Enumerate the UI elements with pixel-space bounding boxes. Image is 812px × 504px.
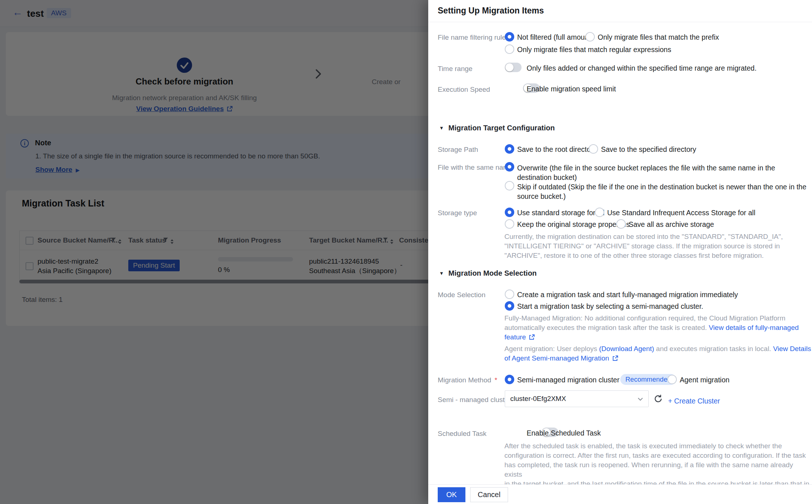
fully-managed-description: Fully-Managed Migration: No additional c… <box>504 314 799 343</box>
radio-agent-migration-label[interactable]: Agent migration <box>680 376 730 384</box>
radio-root-directory-label[interactable]: Save to the root directory <box>517 145 597 154</box>
drawer-title-divider <box>428 22 812 22</box>
filename-rule-label: File name filtering rule <box>438 34 506 42</box>
radio-match-prefix-label[interactable]: Only migrate files that match the prefix <box>598 33 719 42</box>
radio-agent-migration[interactable] <box>667 375 677 384</box>
mode-section[interactable]: ▼ Migration Mode Selection <box>439 269 537 277</box>
create-cluster-link[interactable]: + Create Cluster <box>668 397 720 405</box>
radio-infrequent-storage[interactable] <box>595 208 604 217</box>
cluster-select[interactable]: cluster-0Efg2XMX <box>505 390 649 407</box>
speed-limit-desc: Enable migration speed limit <box>527 85 616 93</box>
cancel-button[interactable]: Cancel <box>470 487 508 502</box>
agent-details-link[interactable]: of Agent Semi-managed Migration <box>504 354 609 362</box>
radio-standard-storage-label[interactable]: Use standard storage for all <box>517 209 605 217</box>
storage-path-label: Storage Path <box>438 146 478 154</box>
radio-fully-managed-label[interactable]: Create a migration task and start fully-… <box>517 291 738 299</box>
storage-type-label: Storage type <box>438 209 477 217</box>
ok-button[interactable]: OK <box>438 487 465 502</box>
radio-skip-outdated[interactable] <box>505 181 514 190</box>
external-link-icon <box>612 354 618 364</box>
external-link-icon <box>529 333 535 343</box>
radio-root-directory[interactable] <box>505 144 514 154</box>
mode-section-title: Migration Mode Selection <box>448 269 536 277</box>
radio-match-regex[interactable] <box>505 44 514 54</box>
storage-type-note: Currently, the migration destination can… <box>504 232 783 260</box>
collapse-triangle-icon: ▼ <box>439 125 444 131</box>
time-range-toggle[interactable] <box>505 63 522 72</box>
drawer-title: Setting Up Migration Items <box>438 6 544 16</box>
radio-specified-directory-label[interactable]: Save to the specified directory <box>601 145 696 154</box>
cluster-select-value: cluster-0Efg2XMX <box>510 395 566 403</box>
radio-not-filtered[interactable] <box>505 32 514 42</box>
mode-selection-label: Mode Selection <box>438 291 485 299</box>
chevron-down-icon <box>637 395 643 403</box>
download-agent-link[interactable]: (Download Agent) <box>599 345 654 353</box>
same-name-label: File with the same name <box>438 164 513 172</box>
drawer-footer: OK Cancel <box>428 484 812 504</box>
scheduled-task-label: Scheduled Task <box>438 430 487 438</box>
target-config-section[interactable]: ▼ Migration Target Configuration <box>439 124 555 132</box>
radio-standard-storage[interactable] <box>505 208 514 217</box>
radio-semi-managed-label[interactable]: Start a migration task by selecting a se… <box>517 302 703 311</box>
migration-method-label: Migration Method * <box>438 376 497 384</box>
radio-overwrite[interactable] <box>505 162 514 172</box>
radio-fully-managed[interactable] <box>505 290 514 299</box>
agent-migration-description: Agent migration: User deploys (Download … <box>504 344 811 364</box>
radio-semi-managed-cluster-label[interactable]: Semi-managed migration cluster <box>517 376 620 384</box>
time-range-label: Time range <box>438 65 472 73</box>
radio-archive-storage[interactable] <box>616 219 626 229</box>
radio-original-storage-label[interactable]: Keep the original storage properties <box>517 220 630 229</box>
radio-not-filtered-label[interactable]: Not filtered (full amount) <box>517 33 593 42</box>
radio-match-prefix[interactable] <box>585 32 595 42</box>
scheduled-task-desc: Enable Scheduled Task <box>527 429 601 437</box>
time-range-desc: Only files added or changed within the s… <box>527 64 757 72</box>
agent-details-link[interactable]: View Details <box>773 345 811 353</box>
execution-speed-label: Execution Speed <box>438 86 490 94</box>
radio-semi-managed-cluster[interactable] <box>505 375 514 384</box>
target-config-title: Migration Target Configuration <box>448 124 555 132</box>
settings-drawer: Setting Up Migration Items File name fil… <box>428 0 812 504</box>
radio-skip-outdated-label[interactable]: Skip if outdated (Skip the file if the o… <box>517 182 807 201</box>
radio-specified-directory[interactable] <box>589 144 598 154</box>
radio-semi-managed[interactable] <box>505 301 514 311</box>
radio-infrequent-storage-label[interactable]: Use Standard Infrequent Access Storage f… <box>607 209 755 217</box>
radio-original-storage[interactable] <box>505 219 514 229</box>
fully-managed-details-link[interactable]: feature <box>504 333 526 341</box>
radio-match-regex-label[interactable]: Only migrate files that match regular ex… <box>517 46 671 54</box>
required-asterisk: * <box>495 376 497 384</box>
collapse-triangle-icon: ▼ <box>439 271 444 276</box>
fully-managed-details-link[interactable]: View details of fully-managed <box>709 324 799 331</box>
radio-overwrite-label[interactable]: Overwrite (the file in the source bucket… <box>517 163 775 182</box>
refresh-icon[interactable] <box>653 394 663 405</box>
radio-archive-storage-label[interactable]: Save all as archive storage <box>629 220 714 229</box>
